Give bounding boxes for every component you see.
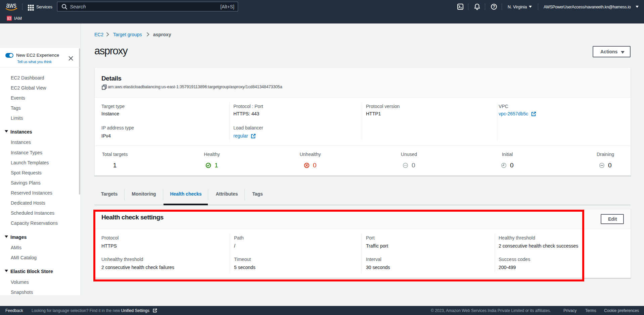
- svg-text:?: ?: [493, 4, 495, 9]
- svg-text:aws: aws: [6, 2, 16, 9]
